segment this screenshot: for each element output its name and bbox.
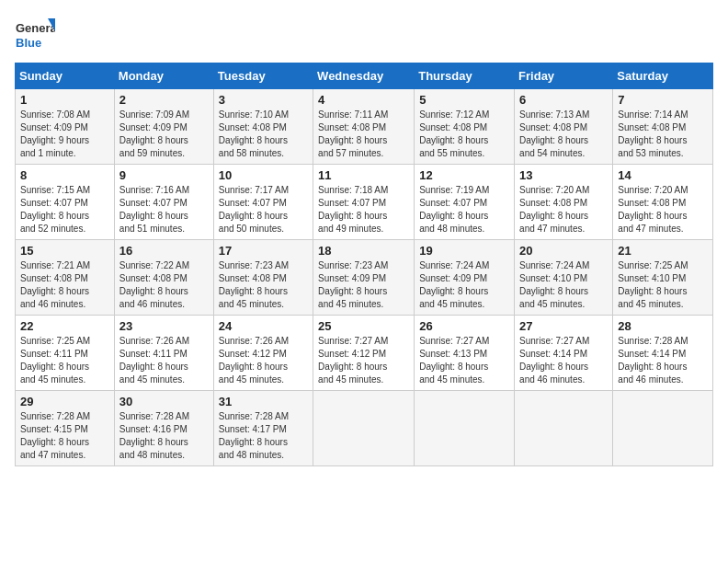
day-number: 29 [20,395,109,408]
calendar-cell: 4Sunrise: 7:11 AM Sunset: 4:08 PM Daylig… [313,89,415,165]
calendar-cell: 27Sunrise: 7:27 AM Sunset: 4:14 PM Dayli… [515,316,613,391]
calendar-cell: 30Sunrise: 7:28 AM Sunset: 4:16 PM Dayli… [114,391,213,466]
day-number: 12 [419,168,509,182]
week-row-2: 8Sunrise: 7:15 AM Sunset: 4:07 PM Daylig… [16,165,713,240]
calendar-cell: 1Sunrise: 7:08 AM Sunset: 4:09 PM Daylig… [16,89,115,165]
calendar-cell: 10Sunrise: 7:17 AM Sunset: 4:07 PM Dayli… [213,165,313,240]
day-info: Sunrise: 7:13 AM Sunset: 4:08 PM Dayligh… [519,109,608,160]
day-info: Sunrise: 7:08 AM Sunset: 4:09 PM Dayligh… [20,109,109,160]
page-header: General Blue [15,15,713,55]
calendar-cell: 6Sunrise: 7:13 AM Sunset: 4:08 PM Daylig… [515,89,613,165]
day-info: Sunrise: 7:19 AM Sunset: 4:07 PM Dayligh… [419,184,509,236]
calendar-cell: 23Sunrise: 7:26 AM Sunset: 4:11 PM Dayli… [114,316,213,391]
day-header-wednesday: Wednesday [313,63,415,89]
calendar-cell: 21Sunrise: 7:25 AM Sunset: 4:10 PM Dayli… [613,240,713,316]
week-row-1: 1Sunrise: 7:08 AM Sunset: 4:09 PM Daylig… [16,89,713,165]
day-info: Sunrise: 7:14 AM Sunset: 4:08 PM Dayligh… [618,109,708,160]
day-info: Sunrise: 7:21 AM Sunset: 4:08 PM Dayligh… [20,259,109,311]
calendar-cell: 18Sunrise: 7:23 AM Sunset: 4:09 PM Dayli… [313,240,415,316]
calendar-cell: 7Sunrise: 7:14 AM Sunset: 4:08 PM Daylig… [613,89,713,165]
day-info: Sunrise: 7:15 AM Sunset: 4:07 PM Dayligh… [20,184,109,236]
day-number: 13 [519,168,608,182]
svg-text:General: General [16,21,55,35]
day-info: Sunrise: 7:27 AM Sunset: 4:14 PM Dayligh… [519,335,608,386]
day-info: Sunrise: 7:26 AM Sunset: 4:12 PM Dayligh… [219,335,308,386]
day-number: 27 [519,319,608,333]
day-header-monday: Monday [114,63,213,89]
day-info: Sunrise: 7:16 AM Sunset: 4:07 PM Dayligh… [119,184,209,236]
day-info: Sunrise: 7:28 AM Sunset: 4:14 PM Dayligh… [618,335,708,386]
day-number: 5 [419,93,509,107]
day-number: 18 [318,244,409,258]
day-number: 9 [119,168,209,182]
day-number: 25 [318,319,409,333]
day-info: Sunrise: 7:26 AM Sunset: 4:11 PM Dayligh… [119,335,209,386]
calendar-cell: 3Sunrise: 7:10 AM Sunset: 4:08 PM Daylig… [213,89,313,165]
calendar-cell: 20Sunrise: 7:24 AM Sunset: 4:10 PM Dayli… [515,240,613,316]
day-info: Sunrise: 7:23 AM Sunset: 4:09 PM Dayligh… [318,259,409,311]
day-header-sunday: Sunday [16,63,115,89]
day-number: 21 [618,244,708,258]
calendar-cell [415,391,515,466]
calendar-cell: 26Sunrise: 7:27 AM Sunset: 4:13 PM Dayli… [415,316,515,391]
day-number: 23 [119,319,209,333]
day-info: Sunrise: 7:22 AM Sunset: 4:08 PM Dayligh… [119,259,209,311]
calendar-cell: 25Sunrise: 7:27 AM Sunset: 4:12 PM Dayli… [313,316,415,391]
day-info: Sunrise: 7:24 AM Sunset: 4:09 PM Dayligh… [419,259,509,311]
day-info: Sunrise: 7:12 AM Sunset: 4:08 PM Dayligh… [419,109,509,160]
calendar-cell: 16Sunrise: 7:22 AM Sunset: 4:08 PM Dayli… [114,240,213,316]
day-info: Sunrise: 7:09 AM Sunset: 4:09 PM Dayligh… [119,109,209,160]
day-info: Sunrise: 7:25 AM Sunset: 4:10 PM Dayligh… [618,259,708,311]
logo: General Blue [15,15,55,55]
day-info: Sunrise: 7:25 AM Sunset: 4:11 PM Dayligh… [20,335,109,386]
calendar-cell: 29Sunrise: 7:28 AM Sunset: 4:15 PM Dayli… [16,391,115,466]
day-number: 10 [219,168,308,182]
day-number: 20 [519,244,608,258]
calendar-cell: 13Sunrise: 7:20 AM Sunset: 4:08 PM Dayli… [515,165,613,240]
calendar-cell: 11Sunrise: 7:18 AM Sunset: 4:07 PM Dayli… [313,165,415,240]
day-info: Sunrise: 7:27 AM Sunset: 4:13 PM Dayligh… [419,335,509,386]
day-number: 2 [119,93,209,107]
day-header-thursday: Thursday [415,63,515,89]
day-info: Sunrise: 7:23 AM Sunset: 4:08 PM Dayligh… [219,259,308,311]
calendar-cell [313,391,415,466]
day-info: Sunrise: 7:20 AM Sunset: 4:08 PM Dayligh… [519,184,608,236]
logo-svg: General Blue [15,15,55,55]
calendar-cell: 2Sunrise: 7:09 AM Sunset: 4:09 PM Daylig… [114,89,213,165]
day-number: 14 [618,168,708,182]
day-info: Sunrise: 7:11 AM Sunset: 4:08 PM Dayligh… [318,109,409,160]
calendar-cell: 12Sunrise: 7:19 AM Sunset: 4:07 PM Dayli… [415,165,515,240]
calendar-cell: 17Sunrise: 7:23 AM Sunset: 4:08 PM Dayli… [213,240,313,316]
day-number: 22 [20,319,109,333]
day-info: Sunrise: 7:20 AM Sunset: 4:08 PM Dayligh… [618,184,708,236]
day-number: 26 [419,319,509,333]
calendar-cell [613,391,713,466]
day-number: 7 [618,93,708,107]
calendar-table: SundayMondayTuesdayWednesdayThursdayFrid… [15,63,713,466]
day-info: Sunrise: 7:18 AM Sunset: 4:07 PM Dayligh… [318,184,409,236]
day-number: 8 [20,168,109,182]
day-number: 1 [20,93,109,107]
day-number: 28 [618,319,708,333]
day-number: 16 [119,244,209,258]
week-row-5: 29Sunrise: 7:28 AM Sunset: 4:15 PM Dayli… [16,391,713,466]
day-info: Sunrise: 7:27 AM Sunset: 4:12 PM Dayligh… [318,335,409,386]
day-number: 19 [419,244,509,258]
day-info: Sunrise: 7:17 AM Sunset: 4:07 PM Dayligh… [219,184,308,236]
calendar-cell: 28Sunrise: 7:28 AM Sunset: 4:14 PM Dayli… [613,316,713,391]
svg-text:Blue: Blue [16,36,41,50]
calendar-cell: 9Sunrise: 7:16 AM Sunset: 4:07 PM Daylig… [114,165,213,240]
week-row-3: 15Sunrise: 7:21 AM Sunset: 4:08 PM Dayli… [16,240,713,316]
day-number: 31 [219,395,308,408]
day-number: 4 [318,93,409,107]
day-number: 6 [519,93,608,107]
day-header-tuesday: Tuesday [213,63,313,89]
day-header-saturday: Saturday [613,63,713,89]
day-number: 24 [219,319,308,333]
day-info: Sunrise: 7:28 AM Sunset: 4:17 PM Dayligh… [219,410,308,462]
week-row-4: 22Sunrise: 7:25 AM Sunset: 4:11 PM Dayli… [16,316,713,391]
day-info: Sunrise: 7:10 AM Sunset: 4:08 PM Dayligh… [219,109,308,160]
day-number: 17 [219,244,308,258]
calendar-cell: 15Sunrise: 7:21 AM Sunset: 4:08 PM Dayli… [16,240,115,316]
calendar-cell: 8Sunrise: 7:15 AM Sunset: 4:07 PM Daylig… [16,165,115,240]
